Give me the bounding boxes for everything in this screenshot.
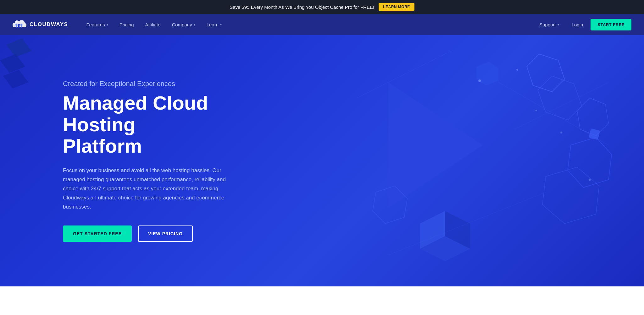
hero-section: Created for Exceptional Experiences Mana… [0, 35, 644, 286]
nav-item-features[interactable]: Features ▾ [80, 14, 114, 35]
svg-marker-2 [3, 70, 28, 89]
svg-point-19 [478, 79, 481, 82]
svg-line-18 [514, 82, 608, 129]
nav-right: Support ▾ Login START FREE [534, 14, 631, 35]
nav-item-company[interactable]: Company ▾ [166, 14, 201, 35]
top-banner: Save $95 Every Month As We Bring You Obj… [0, 0, 644, 14]
nav-item-affiliate[interactable]: Affiliate [140, 14, 166, 35]
hero-subtitle: Created for Exceptional Experiences [63, 80, 252, 88]
logo[interactable]: CLOUDWAYS [13, 19, 68, 30]
nav-item-learn[interactable]: Learn ▾ [201, 14, 227, 35]
svg-marker-3 [388, 82, 483, 208]
hero-decorative-shapes [290, 35, 644, 286]
company-chevron-icon: ▾ [194, 23, 195, 26]
features-chevron-icon: ▾ [107, 23, 108, 26]
view-pricing-button[interactable]: VIEW PRICING [138, 225, 193, 242]
svg-marker-1 [0, 54, 25, 73]
hero-title: Managed Cloud Hosting Platform [63, 92, 252, 157]
svg-point-22 [588, 179, 591, 181]
start-free-button[interactable]: START FREE [591, 19, 631, 30]
learn-chevron-icon: ▾ [220, 23, 222, 26]
svg-marker-8 [542, 167, 599, 224]
support-chevron-icon: ▾ [558, 23, 559, 26]
svg-point-21 [560, 132, 562, 133]
hero-buttons: GET STARTED FREE VIEW PRICING [63, 225, 252, 242]
hero-content: Created for Exceptional Experiences Mana… [63, 80, 252, 242]
cloudways-logo-icon [13, 19, 26, 30]
banner-text: Save $95 Every Month As We Bring You Obj… [230, 4, 374, 10]
logo-text: CLOUDWAYS [30, 21, 68, 28]
nav-links: Features ▾ Pricing Affiliate Company ▾ L… [80, 14, 534, 35]
svg-point-23 [535, 110, 537, 111]
navbar: CLOUDWAYS Features ▾ Pricing Affiliate C… [0, 14, 644, 35]
svg-rect-7 [588, 128, 600, 140]
svg-marker-5 [538, 76, 582, 120]
svg-point-20 [516, 69, 518, 71]
svg-marker-4 [527, 54, 564, 92]
nav-login[interactable]: Login [566, 14, 589, 35]
hero-description: Focus on your business and avoid all the… [63, 166, 226, 211]
get-started-button[interactable]: GET STARTED FREE [63, 225, 132, 242]
learn-more-button[interactable]: LEARN MORE [379, 3, 414, 11]
svg-marker-0 [6, 38, 31, 57]
svg-line-15 [357, 51, 451, 98]
nav-support[interactable]: Support ▾ [534, 14, 564, 35]
corner-decorative-shapes [0, 35, 63, 98]
nav-item-pricing[interactable]: Pricing [114, 14, 140, 35]
svg-line-16 [498, 82, 608, 145]
